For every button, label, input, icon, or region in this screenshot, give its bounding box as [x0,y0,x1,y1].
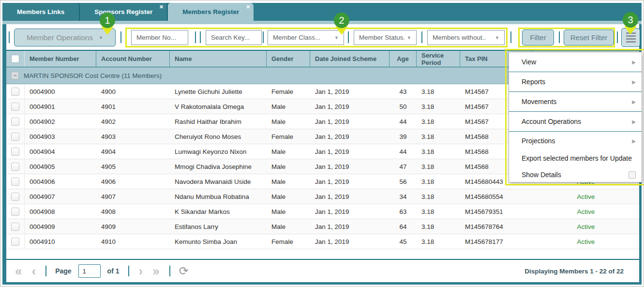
member-class-select[interactable]: Member Class... ▼ [268,30,344,45]
toolbar-divider [421,31,422,43]
cell-gender: Female [267,88,310,95]
cell-date-joined: Jan 1, 2019 [310,118,389,125]
row-checkbox[interactable] [11,178,19,186]
tab-members-links[interactable]: Members Links [2,3,80,21]
menu-item-projections[interactable]: Projections ▶ [509,132,642,150]
menu-item-view[interactable]: View ▶ [509,52,642,72]
cell-date-joined: Jan 1, 2019 [310,103,389,110]
row-checkbox[interactable] [11,118,19,126]
toolbar-divider [120,31,121,43]
filter-button[interactable]: Filter [522,30,554,45]
row-checkbox[interactable] [11,208,19,216]
select-all-checkbox[interactable] [11,55,19,63]
row-checkbox[interactable] [11,103,19,111]
row-checkbox-cell [6,174,25,189]
row-checkbox[interactable] [11,193,19,201]
table-row[interactable]: 0004908 4908 K Sikandar Markos Male Jan … [6,204,639,219]
callout-badge-1: 1 [100,13,115,28]
row-checkbox-cell [6,159,25,174]
frame-left [2,24,6,285]
row-checkbox-cell [6,234,25,249]
member-status-select[interactable]: Member Status. ▼ [354,30,417,45]
cell-date-joined: Jan 1, 2019 [310,193,389,200]
row-checkbox-cell [6,99,25,114]
header-name[interactable]: Name [170,51,267,67]
header-gender[interactable]: Gender [267,51,310,67]
close-icon[interactable]: ✕ [159,4,164,10]
cell-account-number: 4910 [96,238,170,245]
member-operations-button[interactable]: Member Operations ▼ [14,29,116,46]
tab-members-register[interactable]: Members Register ✕ [168,3,254,21]
cell-member-number: 0004910 [25,238,96,245]
menu-item-label: Account Operations [522,118,581,125]
tab-sponsors-register[interactable]: Sponsors Register ✕ [80,3,168,21]
menu-item-label: Reports [522,78,545,86]
cell-age: 56 [389,178,417,185]
cell-date-joined: Jan 1, 2019 [310,133,389,140]
menu-item-movements[interactable]: Movements ▶ [509,92,642,112]
collapse-group-icon[interactable]: − [11,72,19,79]
pagination-divider [169,266,170,276]
cell-age: 64 [389,223,417,230]
submenu-arrow-icon: ▶ [632,79,636,85]
row-checkbox[interactable] [11,133,19,141]
show-details-checkbox[interactable] [629,171,636,179]
submenu-arrow-icon: ▶ [632,119,636,124]
submenu-arrow-icon: ▶ [632,99,636,105]
cell-account-number: 4903 [96,133,170,140]
member-no-input[interactable] [131,30,188,45]
header-age[interactable]: Age [389,51,417,67]
cell-account-number: 4905 [96,163,170,170]
cell-date-joined: Jan 1, 2019 [310,148,389,155]
cell-status: Active [533,193,639,200]
row-checkbox[interactable] [11,163,19,171]
row-checkbox[interactable] [11,223,19,231]
members-without-select[interactable]: Members without.. ▼ [427,30,505,45]
group-row-label: MARTIN SPONSOR Cost Centre (11 Members) [24,72,162,79]
table-row[interactable]: 0004907 4907 Ndanu Mumbua Robatina Male … [6,189,639,204]
first-page-icon[interactable]: « [15,265,22,277]
cell-account-number: 4902 [96,118,170,125]
table-row[interactable]: 0004910 4910 Kemunto Simba Joan Female J… [6,234,639,249]
menu-item-label: Show Details [522,171,561,179]
cell-date-joined: Jan 1, 2019 [310,88,389,95]
toolbar-divider [617,31,618,43]
menu-item-account-operations[interactable]: Account Operations ▶ [509,112,642,132]
menu-item-reports[interactable]: Reports ▶ [509,72,642,92]
cell-service-period: 3.18 [417,193,460,200]
refresh-icon[interactable]: ⟳ [179,264,189,278]
cell-age: 39 [389,133,417,140]
search-key-input[interactable] [206,30,262,45]
table-row[interactable]: 0004909 4909 Estifanos Larry Male Jan 1,… [6,219,639,234]
menu-item-export-selected[interactable]: Export selected members for Update [509,150,642,166]
header-date-joined[interactable]: Date Joined Scheme [310,51,389,67]
row-checkbox[interactable] [11,88,19,96]
page-number-input[interactable] [78,264,101,278]
reset-filter-button[interactable]: Reset Filter [564,30,614,45]
pagination-bar: « ‹ Page of 1 › » ⟳ Displaying Members 1… [6,259,639,282]
cell-gender: Female [267,133,310,140]
member-status-placeholder: Member Status. [359,34,405,41]
displaying-count: Displaying Members 1 - 22 of 22 [524,268,624,275]
next-page-icon[interactable]: › [139,265,143,277]
header-account-number[interactable]: Account Number [96,51,170,67]
cell-service-period: 3.18 [417,238,460,245]
menu-item-show-details[interactable]: Show Details [509,166,642,183]
cell-status: Active [533,208,639,215]
row-checkbox[interactable] [11,148,19,156]
prev-page-icon[interactable]: ‹ [31,265,36,277]
toolbar-divider [559,31,560,43]
close-icon[interactable]: ✕ [246,4,250,10]
cell-account-number: 4900 [96,88,170,95]
member-class-placeholder: Member Class... [273,34,320,41]
last-page-icon[interactable]: » [152,265,159,277]
cell-member-number: 0004906 [25,178,96,185]
cell-member-number: 0004904 [25,148,96,155]
header-service-period[interactable]: Service Period [417,51,460,67]
row-checkbox-cell [6,219,25,234]
callout-badge-3: 3 [623,12,638,28]
cell-name: V Rakotomalala Omega [170,103,267,110]
row-checkbox[interactable] [11,238,19,246]
header-member-number[interactable]: Member Number [25,51,96,67]
pagination-divider [128,266,129,276]
